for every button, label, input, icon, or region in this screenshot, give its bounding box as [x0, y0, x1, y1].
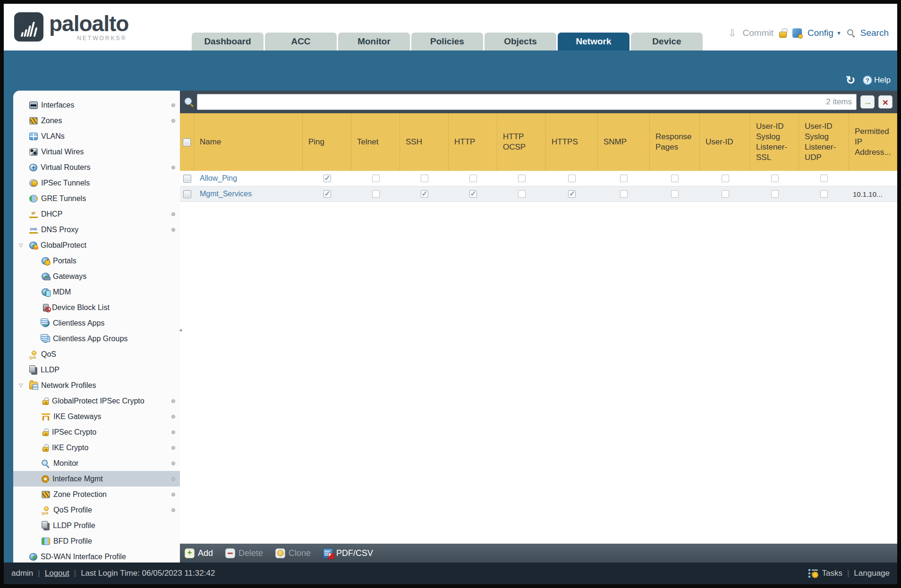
sidebar-item-zone-protection[interactable]: Zone Protection — [13, 487, 180, 502]
sidebar-item-qos[interactable]: QoS — [13, 346, 180, 362]
sidebar-item-ipsec-crypto[interactable]: IPSec Crypto — [13, 424, 180, 440]
brand-sub: NETWORKS® — [77, 35, 127, 42]
sidebar-item-mdm[interactable]: MDM — [13, 284, 180, 300]
checked-checkbox[interactable] — [323, 175, 331, 182]
refresh-icon[interactable]: ↻ — [846, 74, 855, 87]
unchecked-checkbox[interactable] — [518, 190, 526, 198]
sidebar-item-virtual-routers[interactable]: Virtual Routers — [13, 160, 180, 175]
checked-checkbox[interactable] — [323, 190, 331, 198]
checked-checkbox[interactable] — [568, 190, 576, 198]
unchecked-checkbox[interactable] — [372, 190, 380, 198]
tab-network[interactable]: Network — [558, 33, 629, 50]
checked-checkbox[interactable] — [469, 190, 477, 198]
name-cell: Allow_Ping — [194, 171, 303, 186]
column-header-telnet[interactable]: Telnet — [351, 113, 400, 171]
tab-acc[interactable]: ACC — [265, 33, 337, 50]
sidebar-item-bfd-profile[interactable]: BFD Profile — [13, 533, 180, 549]
sidebar-item-monitor[interactable]: Monitor — [13, 455, 180, 471]
filter-input[interactable] — [197, 94, 857, 110]
unchecked-checkbox[interactable] — [820, 175, 828, 182]
sidebar-item-sd-wan-interface-profile[interactable]: SD-WAN Interface Profile — [13, 549, 180, 563]
column-header-ping[interactable]: Ping — [303, 113, 351, 171]
sidebar-item-lldp[interactable]: LLDP — [13, 362, 180, 378]
column-header-http-ocsp[interactable]: HTTP OCSP — [497, 113, 546, 171]
unchecked-checkbox[interactable] — [568, 175, 576, 182]
tasks-button[interactable]: Tasks — [822, 569, 842, 578]
caret-expanded-icon[interactable]: ▽ — [19, 382, 29, 388]
tab-monitor[interactable]: Monitor — [338, 33, 410, 50]
sidebar-item-ike-gateways[interactable]: IKE Gateways — [13, 409, 180, 424]
tab-dashboard[interactable]: Dashboard — [192, 33, 264, 50]
delete-button[interactable]: Delete — [225, 548, 263, 558]
unchecked-checkbox[interactable] — [671, 175, 679, 182]
column-header-permitted-ip-address[interactable]: Permitted IP Address... — [849, 113, 897, 171]
unlock-icon[interactable] — [779, 32, 787, 38]
sidebar-item-clientless-app-groups[interactable]: Clientless App Groups — [13, 331, 180, 346]
row-checkbox[interactable] — [183, 175, 191, 183]
column-header-https[interactable]: HTTPS — [546, 113, 598, 171]
sidebar-item-vlans[interactable]: VLANs — [13, 128, 180, 144]
sidebar-item-portals[interactable]: Portals — [13, 253, 180, 269]
commit-button[interactable]: Commit — [743, 28, 774, 38]
sidebar-item-ike-crypto[interactable]: IKE Crypto — [13, 440, 180, 455]
unchecked-checkbox[interactable] — [820, 190, 828, 198]
sidebar-item-interface-mgmt[interactable]: Interface Mgmt — [13, 471, 180, 487]
search-button[interactable]: Search — [860, 28, 889, 38]
row-name-link[interactable]: Allow_Ping — [200, 174, 237, 183]
row-name-link[interactable]: Mgmt_Services — [200, 190, 252, 198]
sidebar-item-globalprotect-ipsec-crypto[interactable]: GlobalProtect IPSec Crypto — [13, 393, 180, 409]
sidebar-item-dns-proxy[interactable]: DNS Proxy — [13, 222, 180, 237]
row-checkbox[interactable] — [183, 190, 191, 198]
sidebar-item-virtual-wires[interactable]: Virtual Wires — [13, 144, 180, 160]
column-header-user-id-syslog-listener-udp[interactable]: User-ID Syslog Listener-UDP — [799, 113, 849, 171]
select-all-cell — [180, 113, 194, 171]
unchecked-checkbox[interactable] — [620, 175, 628, 182]
pdf-csv-button[interactable]: PDF/CSV — [323, 548, 373, 558]
add-button[interactable]: Add — [185, 548, 213, 558]
sidebar-item-gateways[interactable]: Gateways — [13, 269, 180, 284]
sidebar-item-ipsec-tunnels[interactable]: IPSec Tunnels — [13, 175, 180, 191]
delete-icon — [225, 548, 235, 558]
logout-link[interactable]: Logout — [45, 569, 69, 578]
column-header-name[interactable]: Name — [194, 113, 303, 171]
unchecked-checkbox[interactable] — [771, 190, 779, 198]
clear-filter-button[interactable]: × — [878, 95, 892, 109]
unchecked-checkbox[interactable] — [518, 175, 526, 182]
unchecked-checkbox[interactable] — [771, 175, 779, 182]
column-header-ssh[interactable]: SSH — [400, 113, 449, 171]
caret-expanded-icon[interactable]: ▽ — [19, 242, 29, 248]
sidebar-collapse-icon[interactable]: ◂ — [179, 327, 182, 333]
tab-objects[interactable]: Objects — [484, 33, 556, 50]
unchecked-checkbox[interactable] — [372, 175, 380, 182]
sidebar-item-qos-profile[interactable]: QoS Profile — [13, 502, 180, 518]
clone-button[interactable]: Clone — [275, 548, 311, 558]
unchecked-checkbox[interactable] — [620, 190, 628, 198]
checked-checkbox[interactable] — [421, 190, 428, 198]
tab-policies[interactable]: Policies — [411, 33, 483, 50]
sidebar-item-interfaces[interactable]: Interfaces — [13, 97, 180, 113]
sidebar-item-dhcp[interactable]: DHCP — [13, 206, 180, 222]
sidebar-item-gre-tunnels[interactable]: GRE Tunnels — [13, 191, 180, 206]
column-header-response-pages[interactable]: Response Pages — [650, 113, 700, 171]
select-all-checkbox[interactable] — [183, 138, 191, 146]
sidebar-item-clientless-apps[interactable]: Clientless Apps — [13, 315, 180, 331]
unchecked-checkbox[interactable] — [722, 190, 729, 198]
language-button[interactable]: Language — [854, 569, 890, 578]
column-header-user-id[interactable]: User-ID — [700, 113, 750, 171]
apply-filter-button[interactable]: → — [860, 95, 875, 109]
sidebar-item-zones[interactable]: Zones — [13, 113, 180, 128]
column-header-http[interactable]: HTTP — [449, 113, 497, 171]
config-button[interactable]: Config — [808, 28, 833, 38]
unchecked-checkbox[interactable] — [722, 175, 729, 182]
help-button[interactable]: ? Help — [863, 76, 891, 85]
sidebar-item-device-block-list[interactable]: Device Block List — [13, 300, 180, 315]
column-header-snmp[interactable]: SNMP — [598, 113, 650, 171]
sidebar-item-globalprotect[interactable]: ▽GlobalProtect — [13, 237, 180, 253]
sidebar-item-network-profiles[interactable]: ▽Network Profiles — [13, 378, 180, 393]
unchecked-checkbox[interactable] — [671, 190, 679, 198]
unchecked-checkbox[interactable] — [469, 175, 477, 182]
unchecked-checkbox[interactable] — [421, 175, 428, 182]
column-header-user-id-syslog-listener-ssl[interactable]: User-ID Syslog Listener-SSL — [750, 113, 799, 171]
tab-device[interactable]: Device — [631, 33, 703, 50]
sidebar-item-lldp-profile[interactable]: LLDP Profile — [13, 518, 180, 533]
